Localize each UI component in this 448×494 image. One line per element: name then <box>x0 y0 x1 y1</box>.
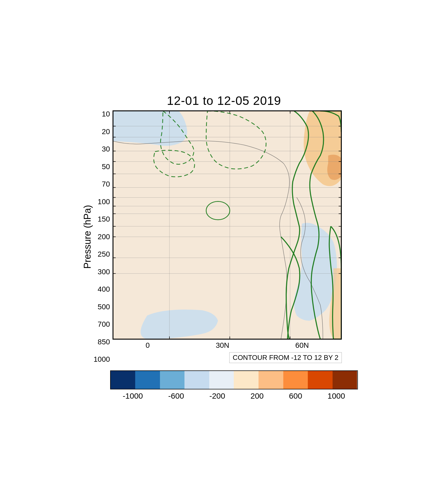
y-tick-30: 30 <box>102 145 110 153</box>
colorbar-seg-1 <box>111 371 135 389</box>
x-tick-60n: 60N <box>295 341 309 350</box>
y-tick-100: 100 <box>98 198 110 206</box>
plot-svg <box>113 111 341 339</box>
colorbar-seg-3 <box>160 371 185 389</box>
colorbar-seg-4 <box>184 371 209 389</box>
colorbar-seg-6 <box>234 371 259 389</box>
x-axis-container: 0 30N 60N CONTOUR FROM -12 TO 12 BY 2 <box>113 340 342 363</box>
y-tick-300: 300 <box>98 268 110 276</box>
y-tick-50: 50 <box>102 163 110 170</box>
colorbar-seg-7 <box>259 371 283 389</box>
colorbar-seg-5 <box>209 371 234 389</box>
y-tick-500: 500 <box>98 303 110 311</box>
y-tick-1000: 1000 <box>94 356 110 363</box>
colorbar <box>110 370 358 389</box>
colorbar-label-600pos: 600 <box>289 392 302 400</box>
y-axis-label: Pressure (hPa) <box>79 110 94 363</box>
x-tick-labels: 0 30N 60N <box>113 340 342 350</box>
y-tick-200: 200 <box>98 233 110 241</box>
colorbar-seg-2 <box>135 371 160 389</box>
contour-note: CONTOUR FROM -12 TO 12 BY 2 <box>229 352 342 363</box>
y-tick-700: 700 <box>98 321 110 328</box>
x-tick-30n: 30N <box>216 341 229 350</box>
chart-title: 12-01 to 12-05 2019 <box>167 94 281 108</box>
y-tick-250: 250 <box>98 251 110 258</box>
y-tick-20: 20 <box>102 128 110 135</box>
main-container: 12-01 to 12-05 2019 Pressure (hPa) 10 20… <box>79 94 369 400</box>
colorbar-label-1000pos: 1000 <box>328 392 345 400</box>
y-tick-10: 10 <box>102 110 110 118</box>
colorbar-label-200pos: 200 <box>250 392 264 400</box>
colorbar-label-1000neg: -1000 <box>123 392 143 400</box>
colorbar-seg-8 <box>283 371 308 389</box>
colorbar-label-600neg: -600 <box>168 392 184 400</box>
y-tick-labels: 10 20 30 50 70 100 150 200 250 300 400 5… <box>94 110 113 363</box>
y-tick-850: 850 <box>98 338 110 346</box>
colorbar-seg-9 <box>308 371 333 389</box>
chart-with-yaxis: Pressure (hPa) 10 20 30 50 70 100 150 20… <box>79 110 369 363</box>
plot-frame <box>113 110 342 340</box>
colorbar-labels: -1000 -600 -200 200 600 1000 <box>110 392 358 400</box>
y-tick-70: 70 <box>102 180 110 188</box>
y-tick-400: 400 <box>98 286 110 293</box>
x-tick-0: 0 <box>146 341 150 350</box>
colorbar-label-200neg: -200 <box>209 392 225 400</box>
colorbar-container: -1000 -600 -200 200 600 1000 <box>110 370 358 400</box>
y-tick-150: 150 <box>98 216 110 223</box>
colorbar-seg-10 <box>333 371 357 389</box>
